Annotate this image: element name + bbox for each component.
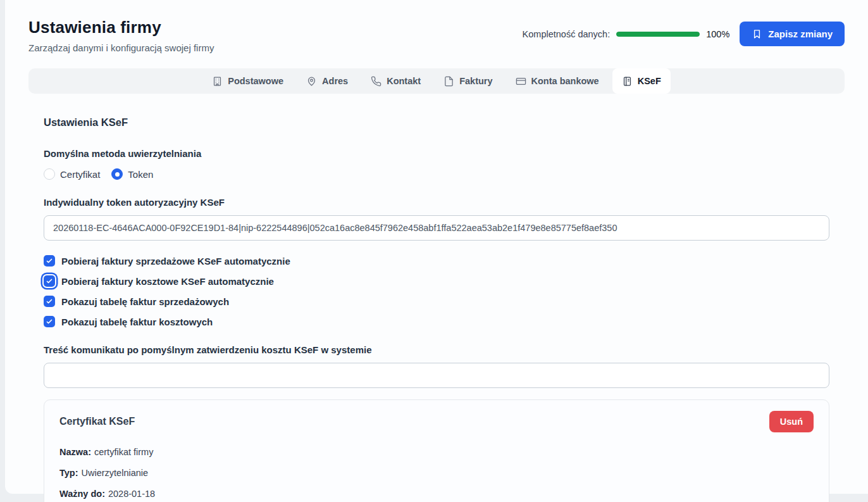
section-title: Ustawienia KSeF <box>44 116 829 129</box>
header-actions: Kompletność danych: 100% Zapisz zmiany <box>523 22 845 46</box>
checkbox-pokazuj-sprzedazowych[interactable]: Pokazuj tabelę faktur sprzedażowych <box>44 296 829 307</box>
page-heading-block: Ustawienia firmy Zarządzaj danymi i konf… <box>28 18 214 53</box>
completeness-label: Kompletność danych: <box>523 29 611 39</box>
certificate-valid-until-line: Ważny do:2028-01-18 <box>59 487 814 501</box>
certificate-name-line: Nazwa:certyfikat firmy <box>59 445 814 460</box>
checkbox-pokazuj-kosztowych[interactable]: Pokazuj tabelę faktur kosztowych <box>44 316 829 327</box>
auth-method-label: Domyślna metoda uwierzytelniania <box>44 148 829 159</box>
field-label: Nazwa: <box>59 447 91 457</box>
page-header: Ustawienia firmy Zarządzaj danymi i konf… <box>28 0 845 53</box>
field-value: certyfikat firmy <box>94 447 153 457</box>
field-value: 2028-01-18 <box>108 489 155 499</box>
delete-certificate-button[interactable]: Usuń <box>769 411 814 432</box>
ledger-icon <box>622 76 633 87</box>
certificate-card-header: Certyfikat KSeF Usuń <box>59 411 814 432</box>
field-value: Uwierzytelnianie <box>82 468 149 478</box>
progress-fill <box>616 32 700 37</box>
certificate-title: Certyfikat KSeF <box>59 416 135 427</box>
certificate-card: Certyfikat KSeF Usuń Nazwa:certyfikat fi… <box>44 399 829 502</box>
checkbox-checked-icon <box>44 316 55 327</box>
radio-certyfikat[interactable]: Certyfikat <box>44 168 100 180</box>
page-subtitle: Zarządzaj danymi i konfiguracją swojej f… <box>28 42 214 53</box>
tab-label: Podstawowe <box>228 76 283 86</box>
radio-label: Certyfikat <box>60 169 100 180</box>
tab-konta-bankowe[interactable]: Konta bankowe <box>506 68 609 94</box>
tab-adres[interactable]: Adres <box>297 68 357 94</box>
certificate-fields: Nazwa:certyfikat firmy Typ:Uwierzytelnia… <box>59 445 814 502</box>
field-label: Ważny do: <box>59 489 105 499</box>
auth-method-options: Certyfikat Token <box>44 168 829 180</box>
checkbox-label: Pokazuj tabelę faktur kosztowych <box>61 317 213 327</box>
field-label: Typ: <box>59 468 78 478</box>
checkbox-pobieraj-kosztowe[interactable]: Pobieraj faktury kosztowe KSeF automatyc… <box>44 275 829 287</box>
checkbox-label: Pobieraj faktury sprzedażowe KSeF automa… <box>61 256 290 267</box>
radio-token[interactable]: Token <box>111 168 153 180</box>
tab-podstawowe[interactable]: Podstawowe <box>202 68 293 94</box>
checkbox-label: Pokazuj tabelę faktur sprzedażowych <box>61 296 229 307</box>
tab-label: Kontakt <box>387 76 421 86</box>
tab-ksef[interactable]: KSeF <box>612 68 671 94</box>
save-changes-button[interactable]: Zapisz zmiany <box>740 22 845 46</box>
completeness-progress-bar <box>616 32 700 37</box>
ksef-checkbox-list: Pobieraj faktury sprzedażowe KSeF automa… <box>44 255 829 327</box>
save-changes-label: Zapisz zmiany <box>768 28 833 39</box>
radio-label: Token <box>128 169 153 180</box>
checkbox-pobieraj-sprzedazowe[interactable]: Pobieraj faktury sprzedażowe KSeF automa… <box>44 255 829 267</box>
bookmark-icon <box>752 28 762 39</box>
tab-label: Adres <box>322 76 348 86</box>
page-title: Ustawienia firmy <box>28 18 214 37</box>
tab-bar: Podstawowe Adres Kontakt Faktury Konta b… <box>28 68 845 94</box>
document-icon <box>443 76 454 87</box>
certificate-type-line: Typ:Uwierzytelnianie <box>59 466 814 480</box>
checkbox-checked-icon <box>44 296 55 307</box>
tab-label: Konta bankowe <box>531 76 599 86</box>
tab-label: KSeF <box>638 76 661 86</box>
message-label: Treść komunikatu po pomyślnym zatwierdze… <box>44 344 829 355</box>
radio-circle-icon <box>44 168 55 180</box>
phone-icon <box>371 76 381 87</box>
message-input[interactable] <box>44 363 829 388</box>
checkbox-checked-focused-icon <box>44 275 55 287</box>
tab-faktury[interactable]: Faktury <box>434 68 502 94</box>
checkbox-label: Pobieraj faktury kosztowe KSeF automatyc… <box>61 276 274 287</box>
radio-circle-checked-icon <box>111 168 123 180</box>
token-input[interactable] <box>44 215 829 241</box>
ksef-settings-section: Ustawienia KSeF Domyślna metoda uwierzyt… <box>28 116 845 502</box>
checkbox-checked-icon <box>44 255 55 267</box>
token-label: Indywidualny token autoryzacyjny KSeF <box>44 197 829 208</box>
building-icon <box>212 76 223 87</box>
completeness-value: 100% <box>706 29 729 39</box>
map-pin-icon <box>306 76 317 87</box>
main-panel: Ustawienia firmy Zarządzaj danymi i konf… <box>5 0 868 494</box>
tab-kontakt[interactable]: Kontakt <box>361 68 430 94</box>
credit-card-icon <box>516 76 526 87</box>
tab-label: Faktury <box>459 76 492 86</box>
